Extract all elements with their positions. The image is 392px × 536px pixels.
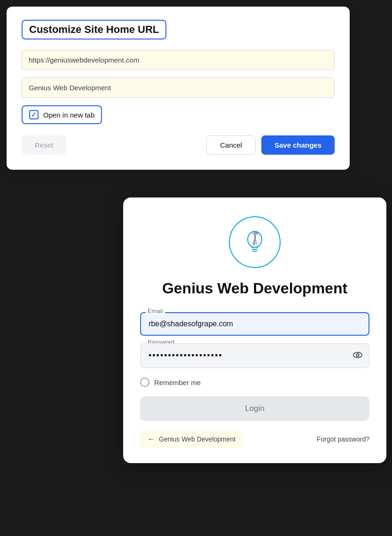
site-name-input[interactable] (22, 78, 335, 98)
login-button[interactable]: Login (140, 396, 369, 421)
open-new-tab-checkbox[interactable]: ✓ (29, 110, 39, 119)
email-field-group: Email (140, 312, 369, 336)
login-card: Genius Web Development Email Password Re… (123, 197, 386, 463)
checkbox-label: Open in new tab (43, 111, 94, 119)
svg-point-4 (353, 352, 362, 357)
open-in-new-tab-row[interactable]: ✓ Open in new tab (22, 105, 102, 124)
lightbulb-icon (238, 225, 272, 259)
back-link-label: Genius Web Development (159, 435, 235, 443)
email-input[interactable] (140, 312, 369, 336)
login-title: Genius Web Development (140, 279, 369, 297)
save-changes-button[interactable]: Save changes (261, 135, 335, 155)
password-wrapper (140, 343, 369, 368)
back-to-site-button[interactable]: ← Genius Web Development (140, 430, 243, 448)
email-label: Email (146, 307, 165, 315)
logo-circle (229, 216, 281, 268)
show-password-icon[interactable] (353, 350, 363, 362)
checkmark-icon: ✓ (31, 111, 37, 118)
customize-url-card: Customize Site Home URL ✓ Open in new ta… (7, 7, 350, 170)
back-arrow-icon: ← (148, 435, 155, 443)
cancel-button[interactable]: Cancel (206, 135, 256, 155)
reset-button[interactable]: Reset (22, 135, 66, 155)
remember-me-row[interactable]: Remember me (140, 378, 369, 387)
card-title: Customize Site Home URL (22, 20, 166, 39)
password-field-group: Password (140, 343, 369, 368)
remember-me-label: Remember me (154, 378, 201, 386)
forgot-password-link[interactable]: Forgot password? (317, 435, 369, 443)
remember-me-radio[interactable] (140, 378, 149, 387)
svg-point-5 (356, 354, 359, 356)
url-input[interactable] (22, 50, 335, 70)
password-input[interactable] (140, 343, 369, 368)
bottom-links: ← Genius Web Development Forgot password… (140, 430, 369, 448)
action-buttons: Reset Cancel Save changes (22, 135, 335, 155)
